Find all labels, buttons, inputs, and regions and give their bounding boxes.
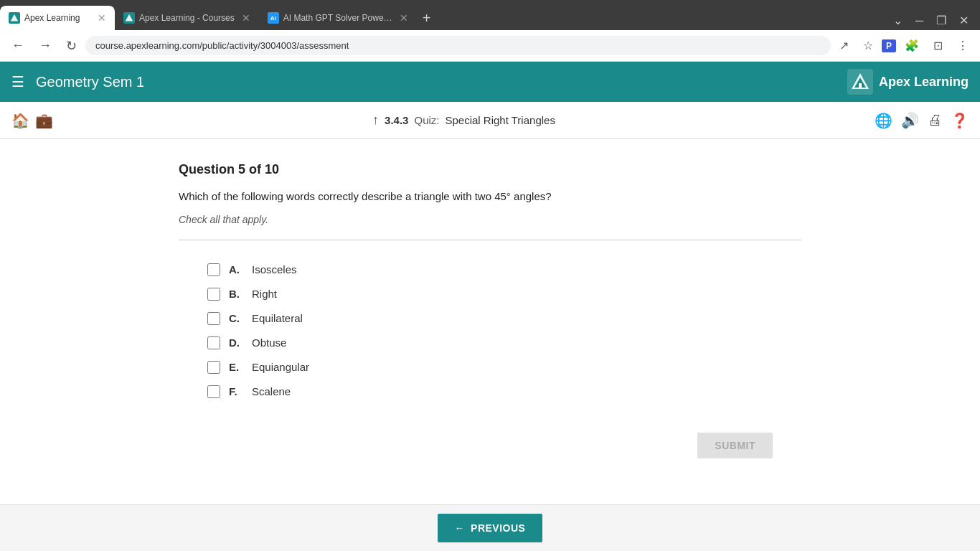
apex-logo: Apex Learning <box>847 69 969 95</box>
tab-overflow-button[interactable]: ⌄ <box>887 11 908 30</box>
prev-arrow-icon: ← <box>455 522 466 530</box>
reload-button[interactable]: ↻ <box>60 35 83 57</box>
svg-marker-0 <box>11 14 19 22</box>
svg-rect-5 <box>859 83 862 88</box>
instruction-text: Check all that apply. <box>179 214 801 225</box>
tab-close-apex[interactable]: ✕ <box>98 12 106 24</box>
checkbox-c[interactable] <box>207 312 220 325</box>
quiz-section: 3.4.3 <box>385 114 408 126</box>
new-tab-button[interactable]: + <box>417 10 437 27</box>
main-content: Question 5 of 10 Which of the following … <box>167 139 813 530</box>
tab-apex-learning[interactable]: Apex Learning ✕ <box>0 6 115 30</box>
tab-icon-apex <box>9 12 20 24</box>
tab-close-apex-courses[interactable]: ✕ <box>242 12 250 24</box>
divider <box>179 240 801 240</box>
translate-button[interactable]: 🌐 <box>875 112 892 129</box>
tab-label-ai: AI Math GPT Solver Powered by <box>283 13 392 23</box>
audio-button[interactable]: 🔊 <box>901 112 919 129</box>
tab-ai-math[interactable]: AI AI Math GPT Solver Powered by ✕ <box>259 6 417 30</box>
answer-letter-c: C. <box>229 312 243 324</box>
checkbox-d[interactable] <box>207 336 220 349</box>
tab-bar-controls: ⌄ ─ ❐ ✕ <box>887 11 980 30</box>
question-header: Question 5 of 10 <box>179 162 801 177</box>
sub-header-actions: 🌐 🔊 🖨 ❓ <box>875 112 969 129</box>
checkbox-f[interactable] <box>207 385 220 398</box>
print-button[interactable]: 🖨 <box>928 112 942 128</box>
answer-text-f: Scalene <box>252 385 291 397</box>
answer-letter-b: B. <box>229 288 243 300</box>
answer-item-f: F. Scalene <box>207 380 801 404</box>
answer-text-b: Right <box>252 288 277 300</box>
answer-letter-e: E. <box>229 361 243 373</box>
answer-text-a: Isosceles <box>252 263 297 276</box>
quiz-title: Special Right Triangles <box>445 114 555 126</box>
menu-icon[interactable]: ☰ <box>11 73 24 90</box>
app-title: Geometry Sem 1 <box>36 74 847 90</box>
tab-icon-ai: AI <box>268 12 279 24</box>
tab-label-apex-courses: Apex Learning - Courses <box>139 13 235 23</box>
answer-item-a: A. Isosceles <box>207 258 801 282</box>
sub-header-center: ↑ 3.4.3 Quiz: Special Right Triangles <box>53 113 875 128</box>
url-input[interactable] <box>85 36 831 55</box>
tab-close-ai[interactable]: ✕ <box>400 12 408 24</box>
answer-item-d: D. Obtuse <box>207 331 801 355</box>
sub-header: 🏠 💼 ↑ 3.4.3 Quiz: Special Right Triangle… <box>0 102 980 139</box>
up-icon: ↑ <box>372 113 379 128</box>
split-view-button[interactable]: ⊡ <box>928 36 948 55</box>
answer-item-c: C. Equilateral <box>207 306 801 331</box>
apex-logo-text: Apex Learning <box>879 75 969 90</box>
answer-text-d: Obtuse <box>252 336 286 349</box>
previous-button[interactable]: ← PREVIOUS <box>438 514 543 530</box>
apex-logo-icon <box>847 69 873 95</box>
answer-letter-d: D. <box>229 336 243 349</box>
app-header: ☰ Geometry Sem 1 Apex Learning <box>0 62 980 102</box>
checkbox-a[interactable] <box>207 263 220 276</box>
submit-button[interactable]: SUBMIT <box>697 433 773 458</box>
extensions-button[interactable]: 🧩 <box>899 36 925 55</box>
home-button[interactable]: 🏠 <box>11 112 29 129</box>
address-bar: ← → ↻ ↗ ☆ P 🧩 ⊡ ⋮ <box>0 30 980 62</box>
answer-list: A. Isosceles B. Right C. Equilateral D. … <box>207 258 801 404</box>
footer-nav: ← PREVIOUS <box>0 504 980 530</box>
checkbox-b[interactable] <box>207 288 220 301</box>
prev-label: PREVIOUS <box>471 522 525 530</box>
answer-letter-a: A. <box>229 263 243 276</box>
profiles-button[interactable]: P <box>882 39 896 52</box>
tab-label-apex: Apex Learning <box>24 13 90 23</box>
answer-text-e: Equiangular <box>252 361 309 373</box>
minimize-button[interactable]: ─ <box>910 11 929 30</box>
answer-text-c: Equilateral <box>252 312 303 324</box>
checkbox-e[interactable] <box>207 361 220 374</box>
sub-header-nav: 🏠 💼 <box>11 112 53 129</box>
answer-letter-f: F. <box>229 385 243 397</box>
close-window-button[interactable]: ✕ <box>953 11 974 30</box>
restore-button[interactable]: ❐ <box>930 11 952 30</box>
tab-icon-apex-courses <box>123 12 135 24</box>
courses-button[interactable]: 💼 <box>35 112 53 129</box>
quiz-label: Quiz: <box>414 114 439 126</box>
forward-button[interactable]: → <box>33 35 57 56</box>
more-button[interactable]: ⋮ <box>951 36 974 55</box>
answer-item-e: E. Equiangular <box>207 355 801 380</box>
tab-bar: Apex Learning ✕ Apex Learning - Courses … <box>0 0 980 30</box>
back-button[interactable]: ← <box>6 35 30 56</box>
browser-chrome: Apex Learning ✕ Apex Learning - Courses … <box>0 0 980 62</box>
help-button[interactable]: ❓ <box>951 112 969 129</box>
share-button[interactable]: ↗ <box>834 36 854 55</box>
bookmark-button[interactable]: ☆ <box>857 36 879 55</box>
svg-marker-1 <box>126 14 133 22</box>
submit-area: SUBMIT <box>179 433 801 458</box>
tab-apex-courses[interactable]: Apex Learning - Courses ✕ <box>115 6 259 30</box>
answer-item-b: B. Right <box>207 282 801 306</box>
question-text: Which of the following words correctly d… <box>179 189 801 205</box>
